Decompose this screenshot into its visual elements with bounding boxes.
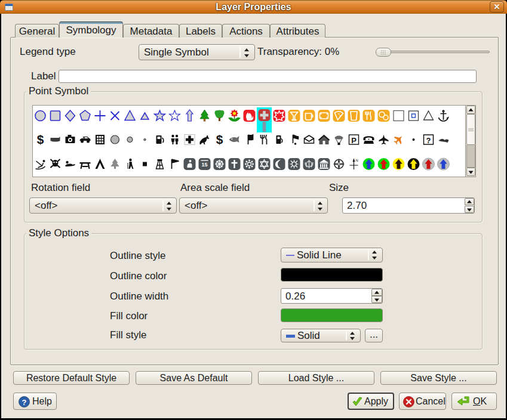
svg-text:N: N xyxy=(356,159,358,162)
svg-text:$: $ xyxy=(216,132,223,146)
svg-text:?: ? xyxy=(426,136,431,145)
svg-text:P: P xyxy=(351,136,357,145)
svg-text:15: 15 xyxy=(201,162,207,168)
svg-text:?: ? xyxy=(22,398,27,407)
svg-text:$: $ xyxy=(37,132,44,146)
